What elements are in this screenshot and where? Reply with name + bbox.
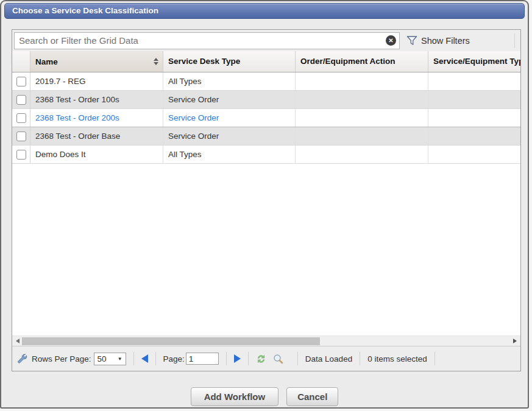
cell-name: 2368 Test - Order 200s (30, 109, 163, 127)
cell-service-desk-type: All Types (163, 146, 296, 163)
row-checkbox-cell (12, 91, 30, 108)
scroll-right-icon[interactable] (513, 339, 517, 343)
horizontal-scrollbar-thumb[interactable] (22, 337, 320, 345)
table-row[interactable]: Demo Does It All Types (12, 146, 520, 164)
row-checkbox[interactable] (16, 132, 26, 141)
cell-order-equipment-action (296, 91, 428, 108)
toolbar-divider (514, 33, 515, 48)
refresh-icon[interactable] (256, 354, 266, 364)
filter-funnel-icon[interactable] (406, 35, 418, 46)
cell-service-equipment-type (428, 146, 520, 163)
show-filters-button[interactable]: Show Filters (421, 36, 470, 46)
table-row[interactable]: 2019.7 - REG All Types (12, 72, 520, 91)
header-checkbox-column (12, 51, 30, 72)
search-input[interactable] (14, 32, 400, 49)
wrench-icon[interactable] (16, 353, 27, 364)
row-checkbox[interactable] (16, 77, 26, 86)
header-name-label: Name (35, 52, 58, 72)
row-checkbox-cell (12, 146, 30, 163)
header-service-desk-type[interactable]: Service Desk Type (163, 51, 296, 72)
search-input-wrap: ✕ (14, 32, 400, 49)
status-text: Data Loaded (305, 354, 352, 364)
cell-service-equipment-type (428, 72, 520, 90)
dialog-buttons: Add Workflow Cancel (1, 387, 528, 406)
cell-order-equipment-action (296, 127, 428, 145)
cell-service-desk-type: All Types (163, 72, 296, 90)
pager-divider (360, 352, 360, 365)
grid-panel: ✕ Show Filters Name Service Desk Type Or… (12, 29, 521, 371)
pager-toolbar: Rows Per Page: 50 ▼ Page: (12, 346, 520, 371)
page-label: Page: (163, 354, 185, 364)
cell-name: 2368 Test - Order 100s (30, 91, 163, 108)
rows-per-page-value: 50 (98, 354, 107, 364)
row-checkbox-cell (12, 109, 30, 127)
header-name[interactable]: Name (30, 51, 163, 72)
table-row[interactable]: 2368 Test - Order 200s Service Order (12, 109, 520, 127)
row-checkbox[interactable] (16, 150, 26, 160)
table-row[interactable]: 2368 Test - Order Base Service Order (12, 127, 520, 146)
row-checkbox-cell (12, 127, 30, 145)
pager-divider (133, 352, 134, 365)
clear-search-icon[interactable]: ✕ (386, 35, 396, 46)
page-number-input[interactable] (186, 353, 219, 365)
table-row[interactable]: 2368 Test - Order 100s Service Order (12, 91, 520, 109)
horizontal-scrollbar[interactable] (12, 335, 520, 346)
cell-service-equipment-type (428, 91, 520, 108)
scroll-left-icon[interactable] (16, 339, 20, 343)
grid-empty-area (12, 164, 520, 335)
previous-page-button[interactable] (141, 354, 148, 363)
sort-icon (154, 58, 158, 65)
cell-name: 2019.7 - REG (30, 72, 163, 90)
cell-order-equipment-action (296, 146, 428, 163)
row-checkbox[interactable] (16, 113, 26, 123)
cell-service-equipment-type (428, 109, 520, 127)
rows-per-page-select[interactable]: 50 ▼ (94, 353, 126, 365)
pager-divider (155, 352, 156, 365)
header-order-equipment-action[interactable]: Order/Equipment Action (296, 51, 428, 72)
cell-service-desk-type: Service Order (163, 127, 296, 145)
cell-service-desk-type: Service Order (163, 91, 296, 108)
pager-divider (297, 352, 298, 365)
row-checkbox[interactable] (16, 95, 26, 105)
magnifier-icon[interactable] (273, 354, 283, 364)
table-body: 2019.7 - REG All Types 2368 Test - Order… (12, 72, 520, 164)
add-workflow-button[interactable]: Add Workflow (191, 387, 279, 406)
cell-service-equipment-type (428, 127, 520, 145)
row-checkbox-cell (12, 72, 30, 90)
selection-count-text: 0 items selected (367, 354, 427, 364)
dialog-title: Choose a Service Desk Classification (12, 6, 158, 15)
grid-header: Name Service Desk Type Order/Equipment A… (12, 51, 520, 72)
choose-classification-dialog: Choose a Service Desk Classification ✕ S… (0, 0, 529, 409)
next-page-button[interactable] (234, 354, 241, 363)
cell-order-equipment-action (296, 109, 428, 127)
cell-name: Demo Does It (30, 146, 163, 163)
cancel-button[interactable]: Cancel (286, 387, 338, 406)
cell-service-desk-type: Service Order (163, 109, 296, 127)
pager-divider (434, 352, 435, 365)
cell-name: 2368 Test - Order Base (30, 127, 163, 145)
chevron-down-icon: ▼ (118, 356, 122, 362)
dialog-titlebar: Choose a Service Desk Classification (4, 3, 525, 19)
pager-divider (226, 352, 227, 365)
search-toolbar: ✕ Show Filters (12, 30, 520, 51)
pager-divider (248, 352, 249, 365)
rows-per-page-label: Rows Per Page: (32, 354, 91, 364)
header-service-equipment-type[interactable]: Service/Equipment Type (428, 51, 520, 72)
cell-order-equipment-action (296, 72, 428, 90)
